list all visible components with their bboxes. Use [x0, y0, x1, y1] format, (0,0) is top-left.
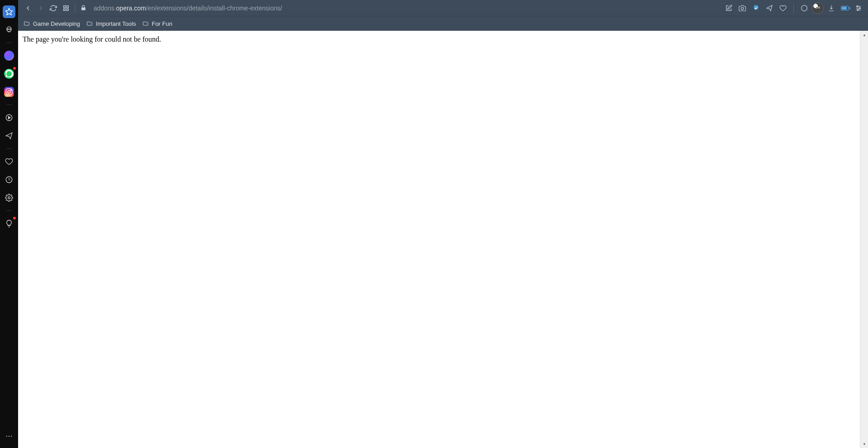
page-content: The page you're looking for could not be… — [18, 31, 868, 48]
sidebar-item-bulb[interactable] — [3, 217, 15, 230]
messenger-icon — [4, 51, 14, 61]
svg-rect-14 — [64, 5, 66, 7]
reload-button[interactable] — [47, 2, 60, 14]
sidebar-item-heart[interactable] — [3, 155, 15, 168]
sidebar-item-skull[interactable] — [3, 24, 15, 36]
notification-dot — [13, 67, 16, 70]
svg-marker-0 — [6, 9, 13, 15]
edit-page-icon[interactable] — [723, 2, 735, 14]
snapshot-icon[interactable] — [736, 2, 748, 14]
separator — [793, 4, 794, 13]
verified-icon[interactable] — [750, 2, 762, 14]
scroll-up-button[interactable]: ▲ — [860, 31, 868, 39]
folder-icon — [86, 20, 93, 27]
url-text: addons.opera.com/en/extensions/details/i… — [94, 5, 282, 12]
bookmark-label: Important Tools — [96, 20, 136, 27]
sidebar-divider — [6, 43, 12, 43]
bookmark-folder-game-developing[interactable]: Game Developing — [24, 20, 80, 27]
svg-point-11 — [6, 436, 7, 437]
sidebar-divider — [6, 210, 12, 211]
send-icon[interactable] — [764, 2, 775, 14]
scrollbar-track[interactable] — [860, 39, 868, 440]
address-right-icons — [723, 2, 864, 14]
svg-point-22 — [819, 7, 820, 8]
sidebar-item-player[interactable] — [3, 111, 15, 124]
sidebar-item-history[interactable] — [3, 173, 15, 186]
extensions-icon[interactable] — [798, 2, 810, 14]
speeddial-button[interactable] — [60, 2, 72, 14]
scroll-down-button[interactable]: ▼ — [860, 440, 868, 448]
svg-point-10 — [8, 197, 10, 199]
svg-point-27 — [859, 7, 860, 9]
scrollbar[interactable]: ▲ ▼ — [860, 31, 868, 448]
sidebar-item-more[interactable] — [3, 430, 15, 443]
heart-icon[interactable] — [777, 2, 789, 14]
sidebar-item-settings[interactable] — [3, 191, 15, 204]
forward-button[interactable] — [34, 2, 47, 14]
whatsapp-icon — [4, 69, 14, 79]
instagram-icon — [4, 87, 14, 97]
back-button[interactable] — [22, 2, 34, 14]
sidebar-item-instagram[interactable] — [3, 86, 15, 98]
sidebar-divider — [6, 148, 12, 149]
sidebar-item-whatsapp[interactable] — [3, 67, 15, 80]
svg-marker-8 — [9, 116, 11, 119]
bookmark-label: For Fun — [152, 20, 173, 27]
sidebar-item-messenger[interactable] — [3, 49, 15, 62]
addressbar: addons.opera.com/en/extensions/details/i… — [18, 0, 868, 16]
svg-rect-16 — [64, 9, 66, 10]
lock-icon[interactable] — [78, 3, 88, 13]
svg-rect-17 — [66, 9, 68, 10]
sidebar-item-star[interactable] — [3, 5, 15, 18]
easy-setup-icon[interactable] — [853, 2, 864, 14]
battery-icon[interactable] — [839, 2, 851, 14]
svg-point-21 — [816, 7, 817, 8]
bookmark-folder-for-fun[interactable]: For Fun — [142, 20, 173, 27]
svg-point-12 — [9, 436, 9, 437]
notification-dot — [13, 217, 16, 219]
error-message: The page you're looking for could not be… — [23, 35, 863, 43]
svg-point-5 — [8, 91, 10, 93]
svg-point-6 — [10, 90, 11, 91]
sidebar — [0, 0, 18, 448]
svg-point-18 — [741, 7, 743, 10]
svg-point-28 — [857, 9, 859, 10]
svg-rect-15 — [66, 5, 68, 7]
svg-point-26 — [857, 5, 858, 7]
downloads-icon[interactable] — [826, 2, 837, 14]
bookmark-label: Game Developing — [33, 20, 80, 27]
folder-icon — [142, 20, 149, 27]
svg-point-13 — [11, 436, 12, 437]
profile-avatar[interactable] — [812, 2, 824, 14]
sidebar-item-send[interactable] — [3, 129, 15, 142]
sidebar-divider — [6, 105, 12, 105]
svg-point-2 — [8, 29, 9, 29]
address-input[interactable]: addons.opera.com/en/extensions/details/i… — [88, 0, 723, 16]
bookmark-folder-important-tools[interactable]: Important Tools — [86, 20, 136, 27]
svg-point-3 — [9, 29, 10, 29]
separator — [75, 4, 75, 13]
bookmarks-bar: Game Developing Important Tools For Fun — [18, 16, 868, 31]
folder-icon — [24, 20, 30, 27]
